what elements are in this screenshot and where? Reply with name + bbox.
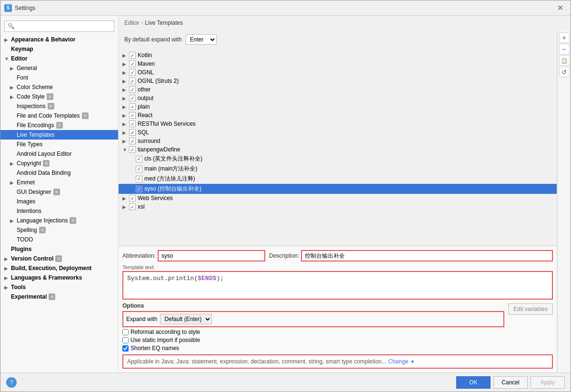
sidebar-label: Version Control — [11, 255, 53, 262]
tree-item-sql[interactable]: ▶ ✓ SQL — [119, 128, 557, 137]
sidebar-item-lang-injections[interactable]: ▶ Language Injections ≡ — [0, 216, 118, 225]
checkbox-icon[interactable]: ✓ — [129, 195, 136, 201]
sidebar-item-todo[interactable]: TODO — [0, 235, 118, 244]
ok-button[interactable]: OK — [456, 376, 491, 389]
template-code-box[interactable]: System.out.println($END$); — [122, 271, 553, 300]
checkbox-icon[interactable]: ✓ — [129, 138, 136, 144]
sidebar-item-file-code-templates[interactable]: File and Code Templates ≡ — [0, 111, 118, 121]
sidebar-label: Intentions — [17, 208, 41, 214]
sidebar-label: Experimental — [11, 293, 47, 300]
tree-item-other[interactable]: ▶ ✓ other — [119, 85, 557, 94]
applicable-text: Applicable in Java; Java: statement, exp… — [127, 358, 386, 365]
checkbox-icon[interactable]: ✓ — [129, 203, 136, 210]
sidebar-item-font[interactable]: Font — [0, 73, 118, 82]
tree-item-restful[interactable]: ▶ ✓ RESTful Web Services — [119, 120, 557, 128]
reset-button[interactable]: ↺ — [559, 67, 570, 77]
add-button[interactable]: + — [559, 32, 570, 43]
edit-variables-button[interactable]: Edit variables — [508, 303, 553, 315]
sidebar-item-version-control[interactable]: ▶ Version Control ≡ — [0, 254, 118, 263]
sidebar-label: File and Code Templates — [17, 112, 80, 119]
checkbox-icon[interactable]: ✓ — [136, 176, 142, 182]
expand-select[interactable]: Enter Tab Space — [186, 34, 217, 45]
remove-button[interactable]: − — [559, 44, 570, 54]
checkbox-icon[interactable]: ✓ — [129, 52, 136, 59]
tree-item-maven[interactable]: ▶ ✓ Maven — [119, 60, 557, 68]
tree-item-med[interactable]: ✓ med (方法块儿注释) — [119, 174, 557, 184]
sidebar-item-lang-frameworks[interactable]: ▶ Languages & Frameworks — [0, 273, 118, 282]
expand-arrow-icon: ▶ — [122, 196, 129, 201]
sidebar-item-gui-designer[interactable]: GUI Designer ≡ — [0, 187, 118, 197]
sidebar-item-experimental[interactable]: Experimental ≡ — [0, 292, 118, 302]
sidebar-item-general[interactable]: ▶ General — [0, 63, 118, 73]
window-title: Settings — [15, 5, 553, 11]
help-button[interactable]: ? — [6, 377, 17, 388]
sidebar-item-tools[interactable]: ▶ Tools — [0, 282, 118, 292]
change-link[interactable]: Change — [388, 358, 408, 365]
tree-item-plain[interactable]: ▶ ✓ plain — [119, 102, 557, 111]
sidebar-item-build-exec[interactable]: ▶ Build, Execution, Deployment — [0, 263, 118, 273]
shorten-eq-checkbox[interactable] — [122, 345, 129, 352]
tree-item-syso[interactable]: ✓ syso (控制台输出补全) — [119, 184, 557, 194]
sidebar-item-file-types[interactable]: File Types — [0, 140, 118, 149]
copy-button[interactable]: 📋 — [559, 55, 570, 66]
template-text-label: Template text: — [122, 264, 553, 270]
checkbox-icon[interactable]: ✓ — [129, 103, 136, 110]
description-group: Description: — [269, 250, 553, 261]
settings-badge: ≡ — [55, 255, 62, 262]
sidebar-label: File Encodings — [17, 122, 54, 129]
checkbox-icon[interactable]: ✓ — [129, 146, 136, 153]
main-content: ▶ Appearance & Behavior Keymap ▼ Editor … — [0, 16, 571, 372]
description-input[interactable] — [301, 250, 553, 261]
checkbox-icon[interactable]: ✓ — [129, 121, 136, 127]
checkbox-icon[interactable]: ✓ — [129, 129, 136, 136]
tree-item-react[interactable]: ▶ ✓ React — [119, 111, 557, 120]
tree-item-main[interactable]: ✓ main (main方法补全) — [119, 164, 557, 174]
checkbox-icon[interactable]: ✓ — [136, 166, 142, 172]
sidebar-item-copyright[interactable]: ▶ Copyright ≡ — [0, 159, 118, 168]
cancel-button[interactable]: Cancel — [493, 376, 528, 389]
tree-item-label: tianpengwDefine — [138, 146, 180, 153]
checkbox-icon[interactable]: ✓ — [129, 95, 136, 101]
abbreviation-input[interactable] — [158, 250, 265, 261]
checkbox-icon[interactable]: ✓ — [129, 78, 136, 84]
tree-item-ognl[interactable]: ▶ ✓ OGNL — [119, 68, 557, 77]
tree-item-kotlin[interactable]: ▶ ✓ Kotlin — [119, 51, 557, 60]
tree-item-webservices[interactable]: ▶ ✓ Web Services — [119, 194, 557, 202]
close-button[interactable]: ✕ — [553, 1, 567, 15]
sidebar-label: Android Layout Editor — [17, 151, 71, 157]
checkbox-icon[interactable]: ✓ — [129, 69, 136, 76]
expand-with-select[interactable]: Default (Enter) — [160, 314, 212, 324]
tree-item-output[interactable]: ▶ ✓ output — [119, 94, 557, 102]
sidebar-item-editor[interactable]: ▼ Editor — [0, 54, 118, 63]
sidebar-item-spelling[interactable]: Spelling ≡ — [0, 225, 118, 235]
checkbox-icon[interactable]: ✓ — [129, 86, 136, 93]
checkbox-icon[interactable]: ✓ — [129, 60, 136, 67]
reformat-checkbox[interactable] — [122, 329, 129, 335]
sidebar-item-android-layout[interactable]: Android Layout Editor — [0, 149, 118, 159]
tree-item-tianpeng[interactable]: ▼ ✓ tianpengwDefine — [119, 145, 557, 154]
sidebar-item-intentions[interactable]: Intentions — [0, 206, 118, 216]
tree-item-surround[interactable]: ▶ ✓ surround — [119, 137, 557, 145]
sidebar-item-appearance[interactable]: ▶ Appearance & Behavior — [0, 35, 118, 44]
sidebar-item-inspections[interactable]: Inspections ≡ — [0, 101, 118, 111]
sidebar-item-android-data[interactable]: Android Data Binding — [0, 168, 118, 178]
sidebar-item-images[interactable]: Images — [0, 197, 118, 206]
tree-item-ognl-struts[interactable]: ▶ ✓ OGNL (Struts 2) — [119, 77, 557, 85]
checkbox-icon[interactable]: ✓ — [136, 156, 142, 162]
sidebar-item-keymap[interactable]: Keymap — [0, 44, 118, 54]
static-import-checkbox[interactable] — [122, 337, 129, 343]
sidebar-item-color-scheme[interactable]: ▶ Color Scheme — [0, 82, 118, 92]
checkbox-icon[interactable]: ✓ — [129, 112, 136, 119]
tree-item-cls[interactable]: ✓ cls (英文件头注释补全) — [119, 154, 557, 164]
sidebar-item-code-style[interactable]: ▶ Code Style ≡ — [0, 92, 118, 101]
checkbox-icon[interactable]: ✓ — [136, 186, 142, 192]
sidebar-item-file-encodings[interactable]: File Encodings ≡ — [0, 121, 118, 130]
sidebar-item-emmet[interactable]: ▶ Emmet — [0, 178, 118, 187]
apply-button[interactable]: Apply — [531, 376, 565, 389]
sidebar-item-live-templates[interactable]: Live Templates — [0, 130, 118, 140]
sidebar-item-plugins[interactable]: Plugins — [0, 244, 118, 254]
settings-badge: ≡ — [56, 122, 63, 129]
search-input[interactable] — [4, 20, 114, 32]
arrow-icon: ▶ — [4, 37, 10, 42]
tree-item-xsl[interactable]: ▶ ✓ xsl — [119, 202, 557, 211]
